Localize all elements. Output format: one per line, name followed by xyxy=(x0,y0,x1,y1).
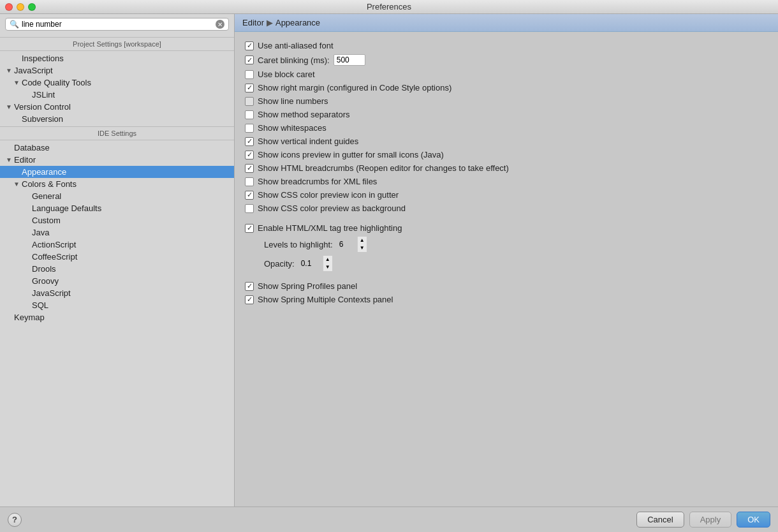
opacity-increment-button[interactable]: ▲ xyxy=(323,256,332,263)
sidebar-item-label: Database xyxy=(14,143,50,152)
sidebar-item-label: JavaScript xyxy=(32,288,71,298)
ide-settings-header: IDE Settings xyxy=(0,126,234,140)
close-button[interactable] xyxy=(5,3,13,11)
sidebar-item-groovy[interactable]: Groovy xyxy=(0,275,234,287)
sidebar-item-label: JavaScript xyxy=(14,66,53,75)
setting-vertical-indent: Show vertical indent guides xyxy=(245,137,768,146)
sidebar-item-label: Code Quality Tools xyxy=(22,78,91,87)
search-clear-button[interactable]: ✕ xyxy=(216,20,224,29)
checkbox-vertical-indent[interactable] xyxy=(245,137,254,146)
checkbox-icons-preview[interactable] xyxy=(245,151,254,159)
sidebar-item-version-control[interactable]: ▼ Version Control xyxy=(0,101,234,113)
setting-caret-blinking: Caret blinking (ms): xyxy=(245,54,768,66)
sidebar-item-label: Inspections xyxy=(22,54,64,63)
checkbox-block-caret[interactable] xyxy=(245,70,254,79)
setting-html-breadcrumbs: Show HTML breadcrumbs (Reopen editor for… xyxy=(245,163,768,173)
label-levels-highlight: Levels to highlight: xyxy=(264,240,333,249)
checkbox-spring-contexts[interactable] xyxy=(245,295,254,304)
label-method-separators: Show method separators xyxy=(258,110,350,119)
sidebar-item-coffeescript[interactable]: CoffeeScript xyxy=(0,251,234,263)
window-title: Preferences xyxy=(367,2,411,11)
traffic-lights xyxy=(5,3,36,11)
sidebar-item-javascript[interactable]: ▼ JavaScript xyxy=(0,64,234,77)
checkbox-xml-breadcrumbs[interactable] xyxy=(245,177,254,186)
setting-icons-preview: Show icons preview in gutter for small i… xyxy=(245,150,768,159)
toggle-icon: ▼ xyxy=(5,67,13,74)
sidebar-item-keymap[interactable]: Keymap xyxy=(0,311,234,323)
sidebar-item-drools[interactable]: Drools xyxy=(0,263,234,275)
ok-button[interactable]: OK xyxy=(737,512,770,528)
caret-blinking-input[interactable] xyxy=(334,54,365,66)
checkbox-css-color-bg[interactable] xyxy=(245,204,254,213)
main-content: 🔍 ✕ Project Settings [workspace] Inspect… xyxy=(0,14,778,506)
sidebar-item-label: JSLint xyxy=(32,90,55,100)
breadcrumb-part1: Editor xyxy=(242,18,264,27)
checkbox-tag-tree[interactable] xyxy=(245,224,254,233)
help-button[interactable]: ? xyxy=(8,513,22,527)
sidebar-item-label: Colors & Fonts xyxy=(22,179,77,189)
sidebar-item-label: Keymap xyxy=(14,313,45,322)
levels-highlight-input[interactable] xyxy=(337,239,357,249)
opacity-decrement-button[interactable]: ▼ xyxy=(323,263,332,271)
sidebar-item-javascript2[interactable]: JavaScript xyxy=(0,287,234,299)
button-group: Cancel Apply OK xyxy=(636,512,770,528)
sidebar-item-label: SQL xyxy=(32,300,48,310)
levels-decrement-button[interactable]: ▼ xyxy=(358,244,367,252)
sidebar-item-editor[interactable]: ▼ Editor xyxy=(0,154,234,166)
sidebar-item-label: Groovy xyxy=(32,276,59,286)
levels-increment-button[interactable]: ▲ xyxy=(358,237,367,244)
sidebar-item-label: Appearance xyxy=(22,167,66,177)
setting-spring-profiles: Show Spring Profiles panel xyxy=(245,281,768,291)
setting-levels-highlight: Levels to highlight: ▲ ▼ xyxy=(245,237,768,252)
search-icon: 🔍 xyxy=(10,20,19,29)
cancel-button[interactable]: Cancel xyxy=(636,512,684,528)
toggle-icon: ▼ xyxy=(5,156,13,163)
checkbox-spring-profiles[interactable] xyxy=(245,282,254,291)
sidebar-item-code-quality[interactable]: ▼ Code Quality Tools xyxy=(0,77,234,89)
minimize-button[interactable] xyxy=(17,3,24,11)
opacity-spinner-wrapper: ▲ ▼ xyxy=(298,256,332,271)
sidebar-item-label: Version Control xyxy=(14,102,71,112)
sidebar-item-java[interactable]: Java xyxy=(0,226,234,239)
toggle-icon: ▼ xyxy=(5,103,13,110)
sidebar-item-actionscript[interactable]: ActionScript xyxy=(0,239,234,251)
label-vertical-indent: Show vertical indent guides xyxy=(258,137,358,146)
label-xml-breadcrumbs: Show breadcrumbs for XML files xyxy=(258,177,377,186)
label-anti-aliased: Use anti-aliased font xyxy=(258,41,334,50)
checkbox-line-numbers[interactable] xyxy=(245,97,254,106)
sidebar-item-custom[interactable]: Custom xyxy=(0,214,234,226)
sidebar-item-label: Language Defaults xyxy=(32,203,101,213)
maximize-button[interactable] xyxy=(28,3,36,11)
setting-line-numbers: Show line numbers xyxy=(245,96,768,106)
search-input[interactable] xyxy=(22,20,213,29)
sidebar-item-language-defaults[interactable]: Language Defaults xyxy=(0,202,234,214)
setting-tag-tree: Enable HTML/XML tag tree highlighting xyxy=(245,223,768,233)
sidebar-item-sql[interactable]: SQL xyxy=(0,299,234,311)
setting-right-margin: Show right margin (configured in Code St… xyxy=(245,83,768,92)
setting-css-color-bg: Show CSS color preview as background xyxy=(245,203,768,213)
setting-block-caret: Use block caret xyxy=(245,70,768,79)
checkbox-right-margin[interactable] xyxy=(245,84,254,92)
sidebar-item-label: Editor xyxy=(14,155,36,165)
search-wrapper: 🔍 ✕ xyxy=(5,18,229,31)
apply-button[interactable]: Apply xyxy=(689,512,732,528)
checkbox-css-color-icon[interactable] xyxy=(245,191,254,200)
sidebar-item-colors-fonts[interactable]: ▼ Colors & Fonts xyxy=(0,178,234,190)
checkbox-caret-blinking[interactable] xyxy=(245,55,254,64)
sidebar: 🔍 ✕ Project Settings [workspace] Inspect… xyxy=(0,14,235,506)
label-css-color-icon: Show CSS color preview icon in gutter xyxy=(258,190,399,200)
opacity-input[interactable] xyxy=(298,258,323,269)
checkbox-method-separators[interactable] xyxy=(245,110,254,119)
sidebar-item-inspections[interactable]: Inspections xyxy=(0,52,234,64)
sidebar-item-jslint[interactable]: JSLint xyxy=(0,89,234,101)
sidebar-item-label: ActionScript xyxy=(32,240,76,249)
sidebar-item-subversion[interactable]: Subversion xyxy=(0,113,234,125)
sidebar-item-appearance[interactable]: Appearance xyxy=(0,166,234,178)
checkbox-whitespaces[interactable] xyxy=(245,124,254,133)
checkbox-html-breadcrumbs[interactable] xyxy=(245,164,254,173)
sidebar-item-database[interactable]: Database xyxy=(0,142,234,154)
checkbox-anti-aliased[interactable] xyxy=(245,41,254,50)
label-spring-contexts: Show Spring Multiple Contexts panel xyxy=(258,295,393,304)
tree-section: Project Settings [workspace] Inspections… xyxy=(0,34,234,506)
sidebar-item-general[interactable]: General xyxy=(0,190,234,202)
